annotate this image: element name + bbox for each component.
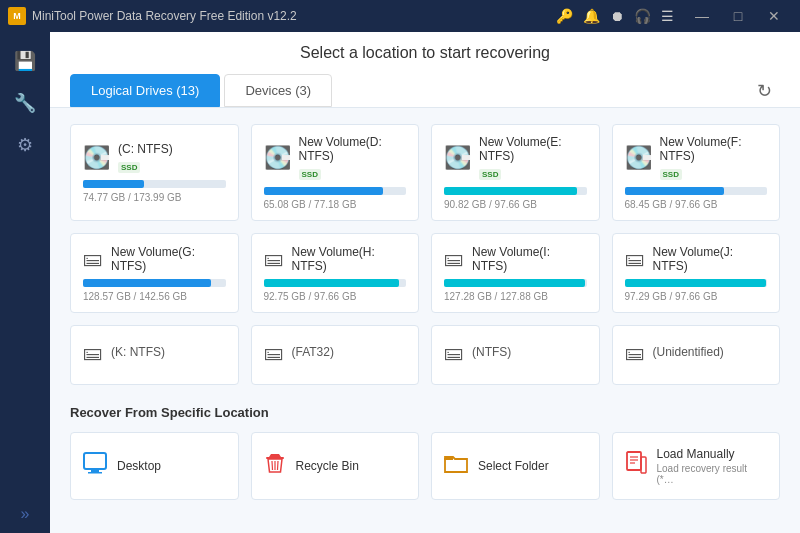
sidebar-item-settings[interactable]: ⚙ <box>6 126 44 164</box>
drive-label-unidentified: (Unidentified) <box>653 345 724 359</box>
drive-icon-c: 💽 <box>83 145 110 171</box>
manual-icon <box>625 451 647 481</box>
drive-icon-fat32: 🖴 <box>264 341 284 364</box>
drive-icon-e: 💽 <box>444 145 471 171</box>
drive-card-k[interactable]: 🖴 (K: NTFS) <box>70 325 239 385</box>
drives-grid: 💽 (C: NTFS) SSD 74.77 GB / 173.99 GB <box>70 124 780 385</box>
drive-bar-f <box>625 187 725 195</box>
close-button[interactable]: ✕ <box>756 0 792 32</box>
main-header: Select a location to start recovering Lo… <box>50 32 800 108</box>
specific-location-grid: Desktop <box>70 432 780 500</box>
manual-label: Load Manually <box>657 447 768 461</box>
drive-card-j[interactable]: 🖴 New Volume(J: NTFS) 97.29 GB / 97.66 G… <box>612 233 781 313</box>
drive-size-e: 90.82 GB / 97.66 GB <box>444 199 587 210</box>
svg-rect-0 <box>84 453 106 469</box>
drive-size-i: 127.28 GB / 127.88 GB <box>444 291 587 302</box>
tab-logical-drives[interactable]: Logical Drives (13) <box>70 74 220 107</box>
expand-button[interactable]: » <box>21 505 30 523</box>
drive-label-g: New Volume(G: NTFS) <box>111 245 226 273</box>
minimize-button[interactable]: — <box>684 0 720 32</box>
drive-card-i[interactable]: 🖴 New Volume(I: NTFS) 127.28 GB / 127.88… <box>431 233 600 313</box>
record-icon[interactable]: ⏺ <box>610 8 624 24</box>
drive-card-c[interactable]: 💽 (C: NTFS) SSD 74.77 GB / 173.99 GB <box>70 124 239 221</box>
ssd-tag-d: SSD <box>299 169 321 180</box>
app-logo: M <box>8 7 26 25</box>
page-title: Select a location to start recovering <box>70 44 780 62</box>
drive-label-ntfs: (NTFS) <box>472 345 511 359</box>
drive-card-ntfs[interactable]: 🖴 (NTFS) <box>431 325 600 385</box>
drive-label-e: New Volume(E: NTFS) <box>479 135 587 163</box>
specific-card-folder[interactable]: Select Folder <box>431 432 600 500</box>
sidebar-item-recovery[interactable]: 💾 <box>6 42 44 80</box>
svg-line-4 <box>272 461 273 470</box>
settings-icon: ⚙ <box>17 134 33 156</box>
sidebar: 💾 🔧 ⚙ » <box>0 32 50 533</box>
drive-size-c: 74.77 GB / 173.99 GB <box>83 192 226 203</box>
refresh-button[interactable]: ↻ <box>749 76 780 106</box>
specific-card-desktop[interactable]: Desktop <box>70 432 239 500</box>
drive-card-h[interactable]: 🖴 New Volume(H: NTFS) 92.75 GB / 97.66 G… <box>251 233 420 313</box>
drive-card-d[interactable]: 💽 New Volume(D: NTFS) SSD 65.08 GB / 77.… <box>251 124 420 221</box>
desktop-label-container: Desktop <box>117 459 161 473</box>
drive-label-k: (K: NTFS) <box>111 345 165 359</box>
ssd-tag-f: SSD <box>660 169 682 180</box>
drive-bar-container-h <box>264 279 407 287</box>
tab-bar: Logical Drives (13) Devices (3) ↻ <box>70 74 780 107</box>
folder-label: Select Folder <box>478 459 549 473</box>
drive-bar-i <box>444 279 585 287</box>
section-title-specific: Recover From Specific Location <box>70 405 780 420</box>
menu-icon[interactable]: ☰ <box>661 8 674 24</box>
main-content: Select a location to start recovering Lo… <box>50 32 800 533</box>
maximize-button[interactable]: □ <box>720 0 756 32</box>
manual-sub: Load recovery result (*… <box>657 463 768 485</box>
drive-card-fat32[interactable]: 🖴 (FAT32) <box>251 325 420 385</box>
tools-icon: 🔧 <box>14 92 36 114</box>
specific-card-recycle[interactable]: Recycle Bin <box>251 432 420 500</box>
title-bar-icons: 🔑 🔔 ⏺ 🎧 ☰ <box>556 8 674 24</box>
svg-rect-2 <box>88 472 102 474</box>
ssd-tag-c: SSD <box>118 162 140 173</box>
drive-bar-container-d <box>264 187 407 195</box>
drive-card-e[interactable]: 💽 New Volume(E: NTFS) SSD 90.82 GB / 97.… <box>431 124 600 221</box>
drive-icon-i: 🖴 <box>444 247 464 270</box>
drive-size-h: 92.75 GB / 97.66 GB <box>264 291 407 302</box>
drive-icon-unidentified: 🖴 <box>625 341 645 364</box>
desktop-icon <box>83 452 107 480</box>
scroll-area[interactable]: 💽 (C: NTFS) SSD 74.77 GB / 173.99 GB <box>50 108 800 533</box>
svg-rect-9 <box>641 457 646 473</box>
drive-size-d: 65.08 GB / 77.18 GB <box>264 199 407 210</box>
drive-icon-h: 🖴 <box>264 247 284 270</box>
drive-bar-container-e <box>444 187 587 195</box>
drive-bar-container-i <box>444 279 587 287</box>
recovery-icon: 💾 <box>14 50 36 72</box>
title-bar: M MiniTool Power Data Recovery Free Edit… <box>0 0 800 32</box>
drive-label-d: New Volume(D: NTFS) <box>299 135 407 163</box>
recycle-label: Recycle Bin <box>296 459 359 473</box>
drive-label-f: New Volume(F: NTFS) <box>660 135 768 163</box>
sidebar-bottom: » <box>21 505 30 523</box>
desktop-label: Desktop <box>117 459 161 473</box>
drive-bar-container-f <box>625 187 768 195</box>
drive-card-g[interactable]: 🖴 New Volume(G: NTFS) 128.57 GB / 142.56… <box>70 233 239 313</box>
drive-icon-j: 🖴 <box>625 247 645 270</box>
svg-rect-7 <box>444 458 453 460</box>
key-icon[interactable]: 🔑 <box>556 8 573 24</box>
specific-card-manual[interactable]: Load Manually Load recovery result (*… <box>612 432 781 500</box>
drive-label-i: New Volume(I: NTFS) <box>472 245 587 273</box>
bell-icon[interactable]: 🔔 <box>583 8 600 24</box>
manual-label-container: Load Manually Load recovery result (*… <box>657 447 768 485</box>
tab-devices[interactable]: Devices (3) <box>224 74 332 107</box>
drive-size-f: 68.45 GB / 97.66 GB <box>625 199 768 210</box>
drive-icon-g: 🖴 <box>83 247 103 270</box>
drive-card-f[interactable]: 💽 New Volume(F: NTFS) SSD 68.45 GB / 97.… <box>612 124 781 221</box>
drive-bar-c <box>83 180 144 188</box>
drive-label-h: New Volume(H: NTFS) <box>292 245 407 273</box>
drive-card-unidentified[interactable]: 🖴 (Unidentified) <box>612 325 781 385</box>
folder-icon <box>444 453 468 479</box>
drive-bar-d <box>264 187 384 195</box>
drive-icon-ntfs: 🖴 <box>444 341 464 364</box>
headphone-icon[interactable]: 🎧 <box>634 8 651 24</box>
drive-bar-container-g <box>83 279 226 287</box>
sidebar-item-tools[interactable]: 🔧 <box>6 84 44 122</box>
svg-line-6 <box>277 461 278 470</box>
